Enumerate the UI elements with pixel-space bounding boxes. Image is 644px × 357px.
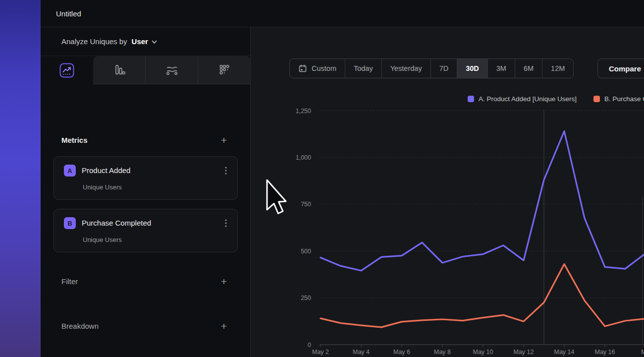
y-tick-label: 1,250 [296,108,311,115]
series-line[interactable] [321,131,644,271]
y-tick-label: 1,000 [296,154,311,161]
insights-line-chart[interactable]: 02505007501,0001,250May 2May 4May 6May 8… [0,0,644,357]
y-tick-label: 750 [301,201,311,208]
x-tick-label: May 8 [434,349,451,356]
x-tick-label: May 4 [353,349,370,356]
app-window: Untitled Analyze Uniques by User [0,0,644,357]
x-tick-label: May 12 [514,349,534,356]
x-tick-label: May 6 [393,349,410,356]
x-tick-label: May 14 [554,349,575,356]
x-tick-label: May 2 [312,349,329,356]
y-tick-label: 500 [301,248,311,255]
series-line[interactable] [321,264,644,327]
y-tick-label: 250 [301,295,311,301]
y-tick-label: 0 [308,342,311,349]
x-tick-label: May 16 [595,349,615,356]
x-tick-label: May 10 [473,349,493,356]
x-tick-label: Ma [641,349,644,356]
